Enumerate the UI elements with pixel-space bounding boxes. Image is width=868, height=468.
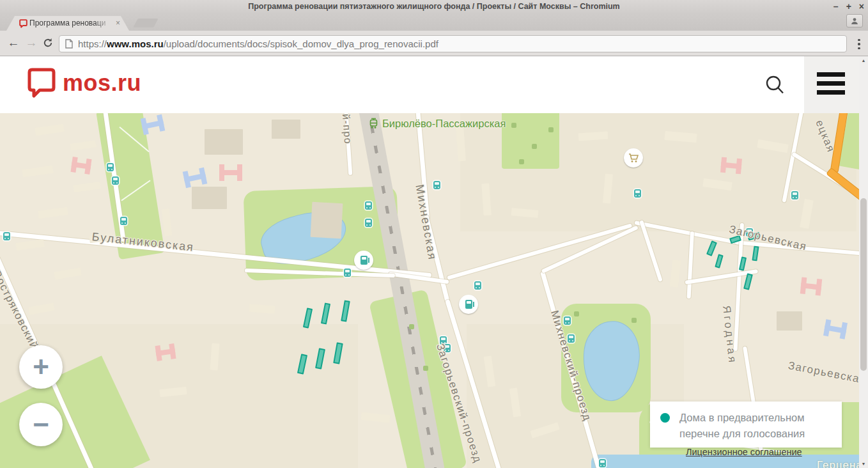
bus-stop-icon [791,191,798,199]
person-icon [851,17,858,25]
building [192,187,227,209]
scroll-down-icon[interactable]: ▼ [859,462,868,466]
building [777,311,802,331]
tree [574,311,579,316]
page-scrollbar[interactable]: ▲ ▼ [859,56,868,468]
license-agreement-link[interactable]: Лицензионное соглашение [686,447,802,457]
minus-icon: − [33,410,49,439]
renovation-house-marker [715,254,723,268]
area-label-gertsena: Герцена [817,459,859,468]
bus-stop-icon [365,219,372,227]
street-label-zagorevskaya-bottom: Загорьевская [787,359,859,387]
building-h-pink [800,277,823,295]
building-h-pink [155,343,176,361]
building [54,267,81,279]
building-h-pink [70,157,91,175]
bus-stop-icon [599,459,606,467]
window-title: Программа реновации пятиэтажного жилищно… [0,2,868,11]
site-menu-panel [804,56,859,113]
window-titlebar: Программа реновации пятиэтажного жилищно… [0,0,868,14]
close-button[interactable]: × [859,1,864,12]
web-page: mos.ru [0,56,868,468]
bus-stop-icon [433,181,440,189]
building [311,202,343,238]
mosru-logo[interactable]: mos.ru [27,67,141,99]
building [249,304,275,314]
tree [548,127,554,132]
bus-stop-icon [112,176,119,185]
building [22,166,53,178]
building-h-blue [183,168,208,189]
building [360,412,390,423]
shopping-cart-icon [624,148,643,168]
building-h-blue [823,319,848,339]
logo-text: mos.ru [63,67,141,99]
tree [519,159,524,164]
building [28,303,54,315]
map-zoom-in-button[interactable]: + [19,345,63,389]
bus-stop-icon [634,189,641,198]
back-button[interactable]: ← [5,35,22,51]
maximize-button[interactable]: + [846,1,851,12]
renovation-house-marker [706,240,717,256]
map-zoom-out-button[interactable]: − [19,403,63,446]
reload-button[interactable] [40,35,56,51]
building-h-pink [219,164,242,181]
building [15,239,44,251]
scroll-up-icon[interactable]: ▲ [859,58,868,63]
building [70,140,96,150]
bus-stop-icon [344,269,351,277]
park-area [502,113,559,169]
map-legend: Дома в предварительном перечне для голос… [650,402,842,448]
building-h-blue [141,114,166,136]
road [447,223,632,279]
plus-icon: + [33,353,49,381]
speech-bubble-icon [27,67,56,99]
gas-station-icon [354,251,373,270]
tab-close-icon[interactable]: × [116,19,120,27]
tab-renovation-program[interactable]: Программа реноваци × [6,16,129,31]
document-icon [65,39,73,49]
renovation-house-marker [743,273,753,290]
tree [532,144,537,149]
building [272,120,300,139]
tab-title: Программа реноваци [29,19,111,29]
tab-strip: Программа реноваци × [0,14,868,31]
forward-button[interactable]: → [23,35,40,51]
search-button[interactable] [762,72,787,98]
building [73,182,100,192]
url-host: www.mos.ru [107,38,164,49]
building [670,260,681,287]
building [38,207,68,219]
hamburger-menu-icon[interactable] [817,72,845,99]
road [541,226,639,274]
tree [409,324,414,329]
renovation-house-marker [341,300,350,322]
road [687,231,694,299]
legend-text: Дома в предварительном перечне для голос… [679,410,805,442]
bus-stop-icon [474,281,481,290]
minimize-button[interactable]: – [833,1,839,12]
browser-menu-button[interactable] [853,36,865,52]
gas-station-icon [459,295,478,314]
street-label-proezd-fragment: ий-про [339,113,353,145]
profile-button[interactable] [846,14,863,27]
building [35,124,64,136]
scrollbar-thumb[interactable] [860,198,867,371]
bus-stop-icon [564,316,571,325]
building [162,208,172,236]
bus-stop-icon [120,217,127,225]
renovation-house-marker [321,302,330,324]
site-header: mos.ru [0,56,859,113]
bus-stop-icon [107,163,114,171]
url-text: https://www.mos.ru/upload/documents/docs… [78,38,438,49]
street-label-mikhnevskaya: Михневская [412,183,439,261]
mosru-favicon [19,19,27,31]
new-tab-button[interactable] [133,19,158,27]
tree [511,123,516,128]
building-h-pink [720,157,742,175]
address-bar[interactable]: https://www.mos.ru/upload/documents/docs… [59,35,847,52]
building [205,129,243,155]
station-label: Бирюлёво-Пассажирская [382,118,506,130]
bus-stop-icon [365,201,372,210]
